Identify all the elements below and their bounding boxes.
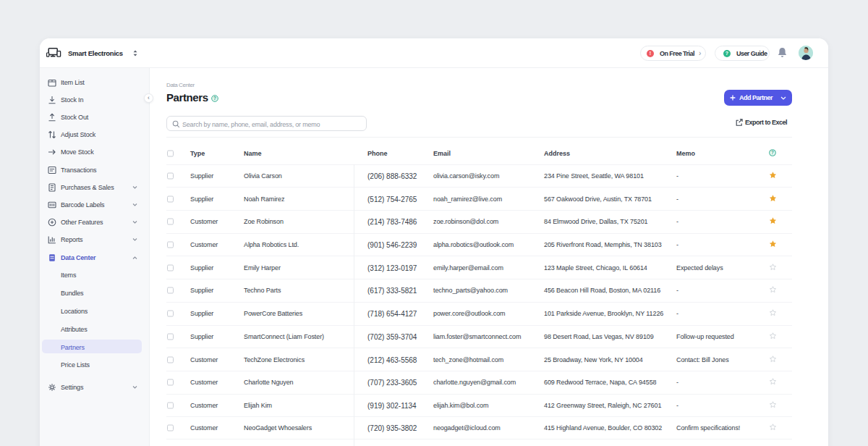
svg-text:?: ? <box>213 96 216 101</box>
svg-text:?: ? <box>771 150 774 155</box>
